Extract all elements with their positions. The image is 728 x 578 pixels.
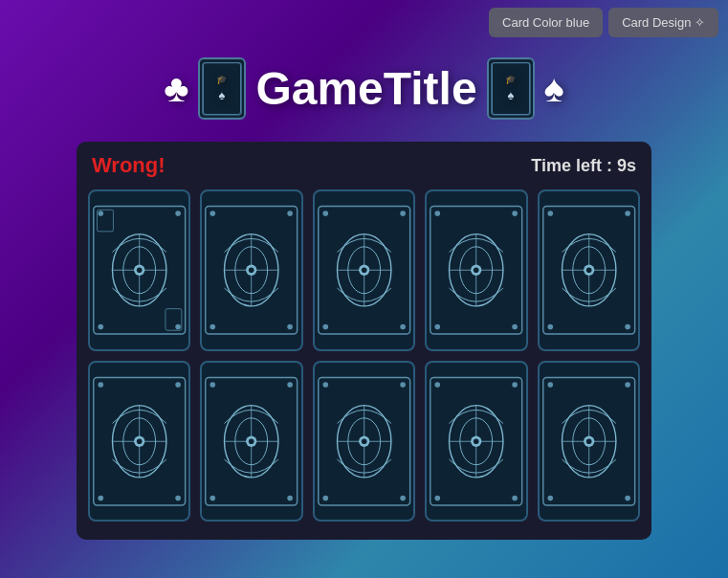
svg-point-128 — [547, 495, 553, 500]
right-card-icon: 🎓 ♠ — [487, 57, 535, 120]
svg-point-91 — [288, 495, 294, 500]
svg-point-113 — [474, 438, 479, 444]
title-area: ♣ 🎓 ♠ GameTitle 🎓 ♠ ♠ — [0, 57, 728, 120]
card-2[interactable] — [200, 189, 302, 351]
svg-point-20 — [98, 324, 103, 330]
svg-point-67 — [625, 324, 630, 330]
svg-point-32 — [210, 324, 216, 330]
svg-point-102 — [322, 382, 328, 388]
timer-label: Time left : 9s — [531, 156, 636, 176]
svg-point-126 — [547, 382, 553, 388]
card-1[interactable] — [88, 189, 190, 351]
svg-rect-1 — [203, 62, 241, 114]
svg-text:🎓: 🎓 — [217, 74, 229, 85]
club-symbol: ♣ — [164, 67, 188, 110]
svg-point-92 — [210, 495, 216, 500]
card-design-button[interactable]: Card Design ✧ — [608, 8, 718, 37]
svg-point-66 — [547, 211, 553, 216]
svg-point-55 — [512, 324, 518, 330]
svg-point-101 — [362, 438, 367, 444]
svg-point-117 — [512, 382, 518, 388]
game-title: ♣ 🎓 ♠ GameTitle 🎓 ♠ ♠ — [164, 57, 564, 120]
svg-point-89 — [249, 438, 254, 444]
panel-header: Wrong! Time left : 9s — [88, 153, 640, 178]
card-5[interactable] — [538, 189, 640, 351]
svg-point-125 — [585, 438, 591, 444]
svg-point-114 — [435, 382, 441, 388]
card-7[interactable] — [200, 361, 302, 522]
svg-point-56 — [435, 324, 441, 330]
svg-point-68 — [547, 324, 553, 330]
svg-point-116 — [435, 495, 441, 500]
card-color-button[interactable]: Card Color blue — [489, 8, 603, 37]
svg-point-90 — [210, 382, 216, 388]
card-3[interactable] — [313, 189, 415, 351]
svg-point-80 — [98, 495, 103, 500]
card-8[interactable] — [313, 361, 415, 522]
svg-point-30 — [210, 211, 216, 216]
card-10[interactable] — [538, 361, 640, 522]
spade-symbol: ♠ — [544, 67, 564, 110]
svg-point-29 — [249, 267, 254, 273]
svg-point-78 — [98, 382, 103, 388]
svg-point-103 — [400, 495, 406, 500]
card-grid — [88, 189, 640, 522]
card-4[interactable] — [425, 189, 527, 351]
svg-point-54 — [435, 211, 441, 216]
title-text: GameTitle — [255, 62, 476, 115]
svg-point-57 — [512, 211, 518, 216]
svg-point-79 — [175, 495, 181, 500]
svg-point-115 — [512, 495, 518, 500]
svg-text:🎓: 🎓 — [505, 74, 517, 85]
svg-point-53 — [474, 267, 479, 273]
svg-point-41 — [362, 267, 367, 273]
game-panel: Wrong! Time left : 9s — [77, 142, 651, 540]
svg-point-19 — [175, 324, 181, 330]
svg-point-21 — [175, 211, 181, 216]
wrong-label: Wrong! — [92, 153, 165, 178]
svg-rect-0 — [200, 60, 244, 118]
svg-point-77 — [137, 438, 143, 444]
svg-point-33 — [288, 211, 294, 216]
top-bar: Card Color blue Card Design ✧ — [489, 8, 718, 37]
svg-point-18 — [98, 211, 103, 216]
svg-rect-4 — [489, 60, 533, 118]
svg-rect-5 — [491, 62, 529, 114]
svg-point-65 — [585, 267, 591, 273]
svg-text:♠: ♠ — [219, 88, 226, 102]
card-9[interactable] — [425, 361, 527, 522]
svg-point-42 — [322, 211, 328, 216]
svg-point-104 — [322, 495, 328, 500]
svg-point-69 — [625, 211, 630, 216]
svg-point-105 — [400, 382, 406, 388]
svg-point-15 — [137, 267, 143, 273]
svg-point-45 — [400, 211, 406, 216]
svg-point-43 — [400, 324, 406, 330]
card-6[interactable] — [88, 361, 190, 522]
svg-point-129 — [625, 382, 630, 388]
svg-point-93 — [288, 382, 294, 388]
svg-point-81 — [175, 382, 181, 388]
svg-point-31 — [288, 324, 294, 330]
svg-text:♠: ♠ — [507, 88, 514, 102]
svg-point-44 — [322, 324, 328, 330]
svg-point-127 — [625, 495, 630, 500]
left-card-icon: 🎓 ♠ — [198, 57, 246, 120]
